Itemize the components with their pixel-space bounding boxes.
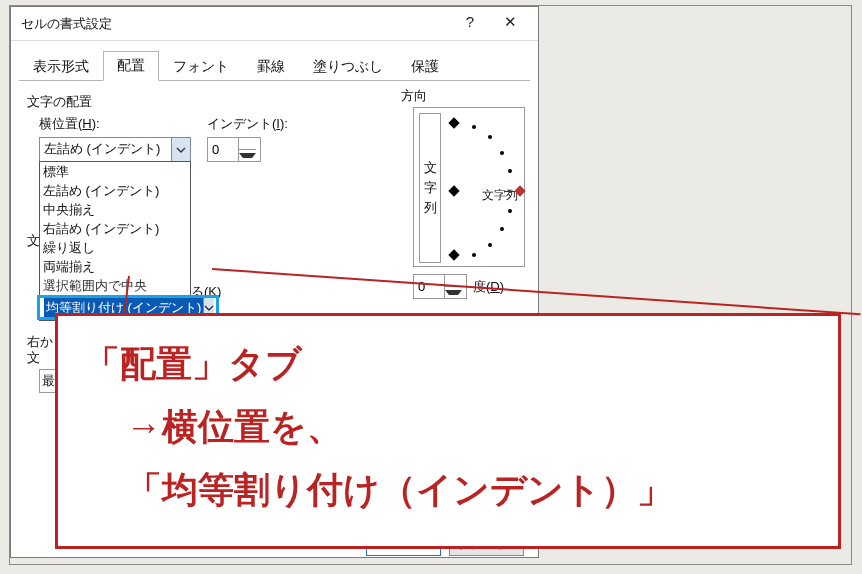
- tab-protection[interactable]: 保護: [397, 52, 453, 81]
- titlebar: セルの書式設定 ? ✕: [11, 7, 538, 41]
- annotation-line-1: 「配置」タブ: [84, 340, 818, 389]
- window-title: セルの書式設定: [21, 15, 450, 33]
- indent-spinner[interactable]: [207, 137, 261, 162]
- indent-label: インデント(I):: [207, 115, 288, 133]
- orientation-dial[interactable]: 文字列: [444, 113, 522, 263]
- option-left-indent[interactable]: 左詰め (インデント): [40, 181, 190, 200]
- indent-group: インデント(I):: [207, 115, 288, 162]
- tab-number[interactable]: 表示形式: [19, 52, 103, 81]
- spin-down[interactable]: [239, 150, 256, 161]
- orientation-vertical-text[interactable]: 文字列: [419, 113, 441, 263]
- indent-spin-buttons[interactable]: [238, 138, 256, 161]
- horizontal-combo-button[interactable]: [171, 138, 190, 161]
- annotation-line-2: →横位置を、: [126, 403, 818, 452]
- rtl-sub-label: 文字: [27, 349, 53, 367]
- outer-frame: セルの書式設定 ? ✕ 表示形式 配置 フォント 罫線 塗りつぶし 保護 文字の…: [9, 5, 852, 565]
- tab-fill[interactable]: 塗りつぶし: [299, 52, 397, 81]
- annotation-box: 「配置」タブ →横位置を、 「均等割り付け（インデント）」: [55, 313, 841, 549]
- tab-font[interactable]: フォント: [159, 52, 243, 81]
- option-standard[interactable]: 標準: [40, 162, 190, 181]
- tab-alignment[interactable]: 配置: [103, 51, 159, 81]
- option-repeat[interactable]: 繰り返し: [40, 238, 190, 257]
- horizontal-combo[interactable]: 左詰め (インデント): [39, 137, 191, 162]
- degree-input[interactable]: [414, 278, 444, 295]
- option-center-selection[interactable]: 選択範囲内で中央: [40, 276, 190, 295]
- option-right-indent[interactable]: 右詰め (インデント): [40, 219, 190, 238]
- tab-strip: 表示形式 配置 フォント 罫線 塗りつぶし 保護: [19, 51, 530, 81]
- help-button[interactable]: ?: [450, 12, 490, 36]
- indent-input[interactable]: [208, 141, 238, 158]
- option-justify[interactable]: 両端揃え: [40, 257, 190, 276]
- spin-up[interactable]: [239, 138, 256, 150]
- option-center[interactable]: 中央揃え: [40, 200, 190, 219]
- orientation-horiz-text: 文字列: [482, 187, 518, 204]
- tab-border[interactable]: 罫線: [243, 52, 299, 81]
- horizontal-dropdown[interactable]: 標準 左詰め (インデント) 中央揃え 右詰め (インデント) 繰り返し 両端揃…: [39, 161, 191, 321]
- horizontal-combo-wrap: 左詰め (インデント) 標準 左詰め (インデント) 中央揃え 右詰め (インデ…: [39, 137, 191, 162]
- deg-spin-down[interactable]: [445, 287, 462, 298]
- orientation-box: 文字列 文字列: [413, 107, 525, 267]
- orientation-label: 方向: [401, 87, 427, 105]
- close-button[interactable]: ✕: [490, 12, 530, 36]
- annotation-line-3: 「均等割り付け（インデント）」: [126, 466, 818, 515]
